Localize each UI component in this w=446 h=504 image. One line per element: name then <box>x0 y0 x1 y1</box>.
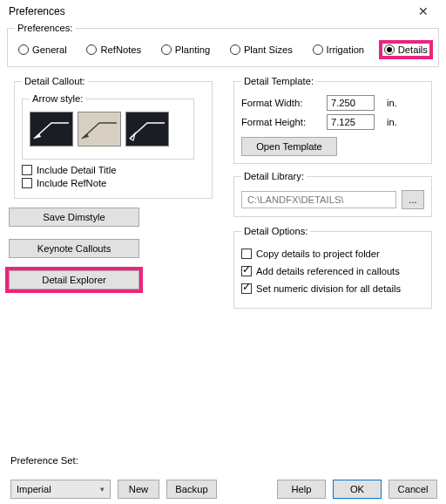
preferences-legend: Preferences: <box>15 23 75 33</box>
radio-planting[interactable]: Planting <box>158 42 213 58</box>
library-path-input[interactable] <box>241 191 396 208</box>
checkbox-label: Copy details to project folder <box>256 249 380 259</box>
checkbox-icon <box>241 283 252 294</box>
window-title: Preferences <box>9 5 65 17</box>
detail-explorer-button[interactable]: Detail Explorer <box>9 270 139 289</box>
radio-icon <box>86 44 97 55</box>
unit-label: in. <box>387 117 397 127</box>
browse-button[interactable]: ... <box>402 190 424 209</box>
format-height-label: Format Height: <box>241 117 320 127</box>
checkbox-label: Add details referenced in callouts <box>256 266 400 276</box>
radio-icon <box>313 44 323 55</box>
include-detail-title[interactable]: Include Detail Title <box>22 165 205 175</box>
radio-label: General <box>32 44 67 55</box>
detail-library-group: Detail Library: ... <box>233 171 432 217</box>
radio-general[interactable]: General <box>15 42 71 58</box>
close-icon[interactable]: ✕ <box>406 4 441 18</box>
checkbox-label: Include RefNote <box>37 178 106 188</box>
checkbox-label: Set numeric division for all details <box>256 283 401 294</box>
detail-callout-group: Detail Callout: Arrow style: In <box>14 76 213 199</box>
preferences-group: Preferences: General RefNotes Planting P… <box>7 23 439 67</box>
radio-label: Details <box>398 44 428 55</box>
save-dimstyle-button[interactable]: Save Dimstyle <box>9 208 139 227</box>
detail-options-legend: Detail Options: <box>241 226 310 236</box>
radio-refnotes[interactable]: RefNotes <box>83 42 145 58</box>
radio-icon <box>230 44 240 55</box>
checkbox-label: Include Detail Title <box>37 165 116 175</box>
radio-icon <box>18 44 29 55</box>
checkbox-icon <box>22 178 32 188</box>
option-numeric-division[interactable]: Set numeric division for all details <box>241 283 424 294</box>
preference-set-label: Preference Set: <box>10 455 446 466</box>
arrow-style-1[interactable] <box>30 112 73 146</box>
option-add-referenced[interactable]: Add details referenced in callouts <box>241 266 424 276</box>
radio-plant-sizes[interactable]: Plant Sizes <box>226 42 296 58</box>
radio-label: Planting <box>175 44 210 55</box>
radio-icon <box>384 44 395 55</box>
checkbox-icon <box>22 165 32 175</box>
format-width-label: Format Width: <box>241 98 320 108</box>
svg-rect-0 <box>30 112 72 146</box>
checkbox-icon <box>241 266 252 276</box>
radio-irrigation[interactable]: Irrigation <box>309 42 368 58</box>
arrow-style-legend: Arrow style: <box>30 93 85 104</box>
new-button[interactable]: New <box>118 480 159 499</box>
help-button[interactable]: Help <box>277 480 326 499</box>
format-width-input[interactable] <box>327 95 375 111</box>
format-height-input[interactable] <box>327 114 375 130</box>
preference-set-combo[interactable]: Imperial ▾ <box>10 480 111 499</box>
arrow-style-2[interactable] <box>78 112 121 146</box>
arrow-style-group: Arrow style: <box>22 93 194 160</box>
svg-rect-2 <box>78 112 120 146</box>
ok-button[interactable]: OK <box>333 480 382 499</box>
chevron-down-icon: ▾ <box>97 485 108 494</box>
include-refnote[interactable]: Include RefNote <box>22 178 205 188</box>
open-template-button[interactable]: Open Template <box>241 137 337 156</box>
combo-value: Imperial <box>17 484 51 494</box>
titlebar: Preferences ✕ <box>0 0 446 21</box>
detail-template-legend: Detail Template: <box>241 76 316 86</box>
backup-button[interactable]: Backup <box>166 480 217 499</box>
keynote-callouts-button[interactable]: Keynote Callouts <box>9 239 139 258</box>
checkbox-icon <box>241 249 252 259</box>
option-copy-details[interactable]: Copy details to project folder <box>241 249 424 259</box>
cancel-button[interactable]: Cancel <box>389 480 437 499</box>
radio-icon <box>161 44 172 55</box>
radio-label: Irrigation <box>327 44 365 55</box>
detail-options-group: Detail Options: Copy details to project … <box>233 226 432 309</box>
unit-label: in. <box>387 98 397 108</box>
detail-library-legend: Detail Library: <box>241 171 307 181</box>
radio-label: RefNotes <box>100 44 141 55</box>
detail-template-group: Detail Template: Format Width: in. Forma… <box>233 76 432 164</box>
radio-details[interactable]: Details <box>381 42 431 58</box>
arrow-style-3[interactable] <box>125 112 169 146</box>
detail-callout-legend: Detail Callout: <box>22 76 88 86</box>
svg-rect-4 <box>126 112 168 146</box>
radio-label: Plant Sizes <box>244 44 293 55</box>
